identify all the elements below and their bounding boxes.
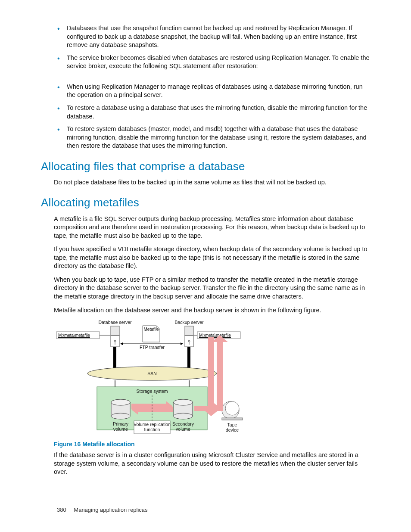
server-icon [111,326,119,347]
bullet-text: Databases that use the snapshot function… [67,25,357,48]
label-san: SAN [147,371,157,376]
page-number: 380 [57,507,66,513]
svg-point-23 [174,413,193,419]
label-storage: Storage system [137,389,168,394]
figure-caption: Figure 16 Metafile allocation [54,440,370,448]
label-svol: Secondary [172,421,194,426]
paragraph: Do not place database files to be backed… [54,178,370,187]
metafile-icon: Metafile [143,326,160,342]
path-text: M:\meta\metafile [58,333,90,338]
label-replication: Volume replication [134,422,171,427]
tape-device-icon [222,401,243,420]
label-ftp: FTP transfer [140,345,165,350]
paragraph: A metafile is a file SQL Server outputs … [54,215,370,240]
secondary-volume-icon [174,399,193,419]
diagram-metafile-allocation: Database server Backup server M:\meta\me… [54,320,370,436]
label-svol2: volume [176,426,190,432]
svg-text:M:\meta\metafile: M:\meta\metafile [58,333,90,338]
heading-allocating-files: Allocating files that comprise a databas… [41,159,370,174]
svg-point-24 [174,399,193,405]
svg-point-20 [111,399,130,405]
svg-rect-28 [222,418,243,420]
svg-point-27 [225,401,239,415]
bullet-list-mid: When using Replication Manager to manage… [57,83,370,150]
heading-allocating-metafiles: Allocating metafiles [41,195,370,210]
label-tape: Tape [227,422,237,427]
paragraph: If you have specified a VDI metafile sto… [54,245,370,271]
svg-rect-4 [185,326,193,336]
path-text: M:\meta\metafile [199,333,231,338]
label-backup-server: Backup server [174,320,204,325]
list-item: To restore a database using a database t… [57,104,370,121]
label-pvol: Primary [113,421,129,426]
primary-volume-icon [111,399,130,419]
bullet-text: To restore a database using a database t… [67,104,367,120]
bullet-text: The service broker becomes disabled when… [67,54,370,70]
label-pvol2: volume [113,426,128,432]
svg-rect-5 [185,336,193,347]
bullet-text: When using Replication Manager to manage… [67,83,363,99]
page-footer: 380 Managing application replicas [57,506,148,514]
list-item: Databases that use the snapshot function… [57,24,370,50]
label-db-server: Database server [98,320,132,325]
list-item: The service broker becomes disabled when… [57,54,370,71]
bullet-text: To restore system databases (master, mod… [67,125,367,149]
list-item: When using Replication Manager to manage… [57,83,370,100]
svg-rect-1 [111,336,119,347]
svg-rect-0 [111,326,119,336]
label-metafile: Metafile [143,327,159,332]
svg-text:M:\meta\metafile: M:\meta\metafile [199,333,231,338]
paragraph: When you back up to tape, use FTP or a s… [54,276,370,301]
paragraph: Metafile allocation on the database serv… [54,306,370,315]
svg-point-19 [111,413,130,419]
label-replication2: function [144,427,160,432]
footer-title: Managing application replicas [74,507,147,513]
label-tape2: device [226,427,239,432]
bullet-list-top: Databases that use the snapshot function… [57,24,370,71]
paragraph: If the database server is in a cluster c… [54,451,370,476]
server-icon [185,326,193,347]
list-item: To restore system databases (master, mod… [57,125,370,150]
